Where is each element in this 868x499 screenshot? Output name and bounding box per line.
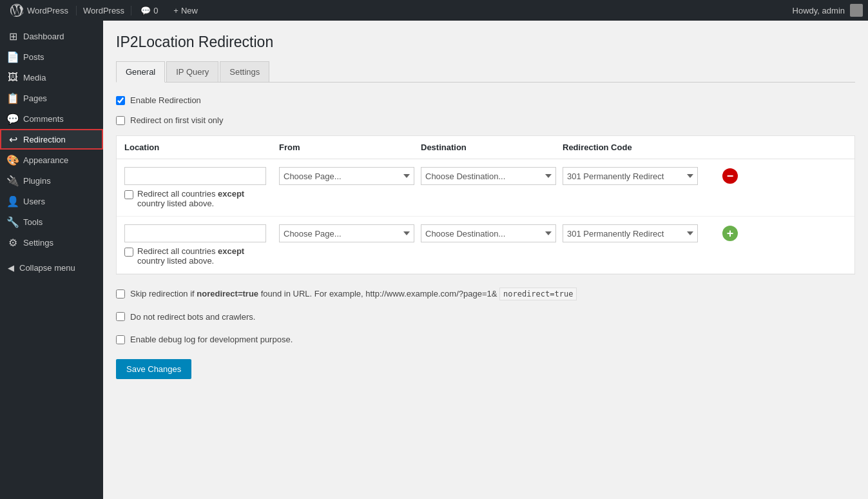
from-select-1[interactable]: Choose Page... <box>279 167 414 185</box>
remove-rule-button-1[interactable]: − <box>722 168 738 184</box>
admin-bar: WordPress WordPress 💬 0 + New Howdy, adm… <box>0 0 868 21</box>
redirection-code-select-2[interactable]: 301 Permanently Redirect302 Temporarily … <box>563 224 698 242</box>
howdy-text: Howdy, admin <box>793 6 845 15</box>
tools-icon: 🔧 <box>8 217 18 227</box>
sidebar-label-posts: Posts <box>23 52 44 62</box>
redirection-icon: ↩ <box>8 134 18 144</box>
page-title: IP2Location Redirection <box>116 34 855 51</box>
except-text-1: Redirect all countries exceptcountry lis… <box>137 189 244 208</box>
redirect-first-visit-label: Redirect on first visit only <box>130 115 224 125</box>
from-cell-2: Choose Page... <box>279 224 421 242</box>
location-input-2[interactable] <box>124 224 266 242</box>
wp-logo-label: WordPress <box>27 6 68 15</box>
save-changes-button[interactable]: Save Changes <box>116 359 191 379</box>
no-bots-checkbox[interactable] <box>116 312 125 321</box>
col-header-location: Location <box>124 142 279 152</box>
sidebar-label-redirection: Redirection <box>23 135 66 144</box>
sidebar-item-tools[interactable]: 🔧 Tools <box>0 211 103 232</box>
sidebar-item-users[interactable]: 👤 Users <box>0 191 103 211</box>
comments-link[interactable]: 💬 0 <box>134 6 164 15</box>
redirect-except-row-1: Redirect all countries exceptcountry lis… <box>124 189 847 208</box>
appearance-icon: 🎨 <box>8 155 18 165</box>
enable-redirection-checkbox[interactable] <box>116 96 125 105</box>
sidebar-label-appearance: Appearance <box>23 155 68 165</box>
bottom-options: Skip redirection if noredirect=true foun… <box>116 288 855 346</box>
debug-checkbox[interactable] <box>116 335 125 344</box>
tab-ip-query[interactable]: IP Query <box>166 61 218 82</box>
sidebar-label-tools: Tools <box>23 217 43 227</box>
new-label: New <box>181 6 198 15</box>
settings-icon: ⚙ <box>8 237 18 248</box>
skip-redirection-checkbox[interactable] <box>116 289 125 298</box>
new-link[interactable]: + New <box>167 6 204 15</box>
sidebar: ⊞ Dashboard 📄 Posts 🖼 Media 📋 Pages 💬 Co… <box>0 21 103 499</box>
destination-cell-1: Choose Destination... <box>421 167 563 185</box>
table-row: Choose Page... Choose Destination... 301… <box>117 217 854 274</box>
redirect-first-visit-checkbox[interactable] <box>116 116 125 125</box>
sidebar-label-media: Media <box>23 73 46 83</box>
add-rule-button[interactable]: + <box>722 226 738 241</box>
sidebar-item-redirection[interactable]: ↩ Redirection <box>0 129 103 150</box>
sidebar-label-plugins: Plugins <box>23 176 51 186</box>
from-select-2[interactable]: Choose Page... <box>279 224 414 242</box>
sidebar-item-posts[interactable]: 📄 Posts <box>0 46 103 67</box>
sidebar-item-dashboard[interactable]: ⊞ Dashboard <box>0 26 103 46</box>
skip-redirection-row: Skip redirection if noredirect=true foun… <box>116 288 855 300</box>
comments-icon: 💬 <box>8 113 18 124</box>
collapse-icon: ◀ <box>8 263 14 273</box>
sidebar-item-pages[interactable]: 📋 Pages <box>0 88 103 108</box>
sidebar-item-media[interactable]: 🖼 Media <box>0 67 103 88</box>
sidebar-item-settings[interactable]: ⚙ Settings <box>0 232 103 253</box>
debug-row: Enable debug log for development purpose… <box>116 333 855 346</box>
sidebar-item-plugins[interactable]: 🔌 Plugins <box>0 170 103 191</box>
redirection-code-select-1[interactable]: 301 Permanently Redirect302 Temporarily … <box>563 167 698 185</box>
redirection-code-cell-1: 301 Permanently Redirect302 Temporarily … <box>563 167 717 185</box>
wp-logo[interactable]: WordPress <box>5 4 73 17</box>
destination-select-2[interactable]: Choose Destination... <box>421 224 556 242</box>
redirect-except-row-2: Redirect all countries exceptcountry lis… <box>124 246 847 266</box>
comments-count: 0 <box>153 6 158 15</box>
action-cell-2: + <box>717 226 743 241</box>
debug-label: Enable debug log for development purpose… <box>130 333 293 346</box>
location-cell-1 <box>124 167 279 185</box>
rules-table: Location From Destination Redirection Co… <box>116 135 855 275</box>
tab-general[interactable]: General <box>116 61 165 83</box>
col-header-from: From <box>279 142 421 152</box>
noredirect-code: noredirect=true <box>499 288 577 300</box>
collapse-menu[interactable]: ◀ Collapse menu <box>0 258 103 278</box>
redirect-except-checkbox-1[interactable] <box>124 190 133 199</box>
enable-redirection-row: Enable Redirection <box>116 95 855 105</box>
tab-wrapper: General IP Query Settings <box>116 61 855 83</box>
redirection-code-cell-2: 301 Permanently Redirect302 Temporarily … <box>563 224 717 242</box>
user-avatar <box>850 4 863 17</box>
sidebar-label-pages: Pages <box>23 93 47 103</box>
sidebar-item-comments[interactable]: 💬 Comments <box>0 108 103 129</box>
tab-settings[interactable]: Settings <box>220 61 269 82</box>
plus-icon: + <box>173 6 178 15</box>
sidebar-item-appearance[interactable]: 🎨 Appearance <box>0 150 103 170</box>
no-bots-row: Do not redirect bots and crawlers. <box>116 311 855 324</box>
sidebar-label-comments: Comments <box>23 114 64 124</box>
no-bots-label: Do not redirect bots and crawlers. <box>130 311 255 324</box>
users-icon: 👤 <box>8 196 18 206</box>
redirect-first-visit-row: Redirect on first visit only <box>116 115 855 125</box>
except-text-2: Redirect all countries exceptcountry lis… <box>137 246 244 266</box>
collapse-label: Collapse menu <box>19 263 75 273</box>
location-input-1[interactable] <box>124 167 266 185</box>
col-header-destination: Destination <box>421 142 563 152</box>
destination-select-1[interactable]: Choose Destination... <box>421 167 556 185</box>
redirect-except-checkbox-2[interactable] <box>124 248 133 257</box>
table-header: Location From Destination Redirection Co… <box>117 136 854 159</box>
sidebar-label-users: Users <box>23 197 45 206</box>
pages-icon: 📋 <box>8 93 18 103</box>
table-row: Choose Page... Choose Destination... 301… <box>117 159 854 217</box>
from-cell-1: Choose Page... <box>279 167 421 185</box>
rule-row-1: Choose Page... Choose Destination... 301… <box>124 167 847 185</box>
col-header-redirection-code: Redirection Code <box>563 142 717 152</box>
site-name[interactable]: WordPress <box>76 6 131 15</box>
destination-cell-2: Choose Destination... <box>421 224 563 242</box>
action-cell-1: − <box>717 168 743 184</box>
col-header-action <box>717 142 743 152</box>
comment-icon: 💬 <box>140 6 151 15</box>
posts-icon: 📄 <box>8 52 18 62</box>
